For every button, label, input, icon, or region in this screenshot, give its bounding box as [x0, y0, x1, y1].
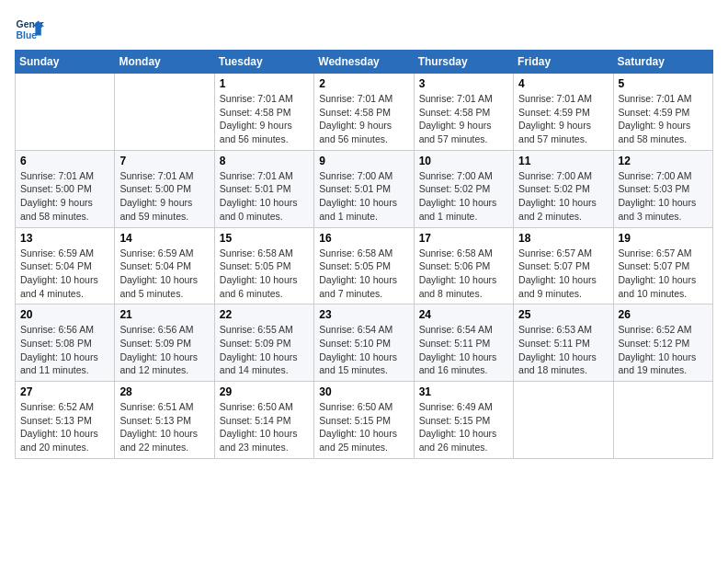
- day-number: 12: [619, 155, 708, 167]
- calendar-day-cell: [613, 382, 712, 459]
- logo-icon: General Blue: [15, 15, 44, 44]
- day-number: 27: [20, 385, 109, 398]
- day-info: Sunrise: 7:00 AMSunset: 5:01 PMDaylight:…: [319, 169, 408, 224]
- day-of-week-header: Thursday: [414, 51, 513, 74]
- calendar-day-cell: 2Sunrise: 7:01 AMSunset: 4:58 PMDaylight…: [314, 74, 414, 151]
- calendar-day-cell: 17Sunrise: 6:58 AMSunset: 5:06 PMDayligh…: [414, 227, 513, 304]
- day-number: 17: [419, 232, 508, 245]
- day-info: Sunrise: 7:01 AMSunset: 4:58 PMDaylight:…: [319, 92, 408, 146]
- calendar-day-cell: 26Sunrise: 6:52 AMSunset: 5:12 PMDayligh…: [613, 304, 712, 382]
- day-number: 2: [319, 77, 408, 90]
- logo: General Blue: [15, 15, 44, 44]
- day-info: Sunrise: 6:57 AMSunset: 5:07 PMDaylight:…: [518, 247, 608, 301]
- calendar-table: SundayMondayTuesdayWednesdayThursdayFrid…: [15, 50, 713, 459]
- day-number: 18: [518, 232, 608, 245]
- day-info: Sunrise: 6:56 AMSunset: 5:09 PMDaylight:…: [119, 323, 209, 377]
- day-number: 10: [419, 155, 508, 167]
- calendar-day-cell: 15Sunrise: 6:58 AMSunset: 5:05 PMDayligh…: [214, 227, 313, 304]
- day-number: 5: [619, 77, 708, 90]
- day-info: Sunrise: 7:01 AMSunset: 4:58 PMDaylight:…: [220, 92, 309, 146]
- day-number: 29: [220, 385, 309, 398]
- calendar-day-cell: 23Sunrise: 6:54 AMSunset: 5:10 PMDayligh…: [314, 304, 414, 382]
- day-number: 6: [20, 155, 109, 167]
- calendar-header-row: SundayMondayTuesdayWednesdayThursdayFrid…: [16, 51, 713, 74]
- calendar-day-cell: 22Sunrise: 6:55 AMSunset: 5:09 PMDayligh…: [214, 304, 313, 382]
- day-number: 14: [119, 232, 209, 245]
- calendar-week-row: 27Sunrise: 6:52 AMSunset: 5:13 PMDayligh…: [16, 382, 713, 459]
- day-of-week-header: Saturday: [613, 51, 712, 74]
- day-info: Sunrise: 7:00 AMSunset: 5:02 PMDaylight:…: [419, 169, 508, 224]
- day-number: 4: [518, 77, 608, 90]
- day-info: Sunrise: 7:01 AMSunset: 4:59 PMDaylight:…: [619, 92, 708, 146]
- calendar-day-cell: 11Sunrise: 7:00 AMSunset: 5:02 PMDayligh…: [514, 150, 613, 227]
- day-info: Sunrise: 6:59 AMSunset: 5:04 PMDaylight:…: [119, 247, 209, 301]
- calendar-day-cell: 20Sunrise: 6:56 AMSunset: 5:08 PMDayligh…: [16, 304, 115, 382]
- day-number: 11: [518, 155, 608, 167]
- day-info: Sunrise: 6:58 AMSunset: 5:05 PMDaylight:…: [319, 247, 408, 301]
- day-info: Sunrise: 6:56 AMSunset: 5:08 PMDaylight:…: [20, 323, 109, 377]
- calendar-day-cell: 4Sunrise: 7:01 AMSunset: 4:59 PMDaylight…: [514, 74, 613, 151]
- calendar-day-cell: 10Sunrise: 7:00 AMSunset: 5:02 PMDayligh…: [414, 150, 513, 227]
- day-number: 20: [20, 308, 109, 321]
- day-number: 7: [119, 155, 209, 167]
- day-number: 21: [119, 308, 209, 321]
- calendar-day-cell: 27Sunrise: 6:52 AMSunset: 5:13 PMDayligh…: [16, 382, 115, 459]
- day-info: Sunrise: 6:50 AMSunset: 5:15 PMDaylight:…: [319, 400, 408, 454]
- calendar-day-cell: [16, 74, 115, 151]
- day-info: Sunrise: 7:01 AMSunset: 5:01 PMDaylight:…: [220, 169, 309, 224]
- day-info: Sunrise: 6:53 AMSunset: 5:11 PMDaylight:…: [518, 323, 608, 377]
- calendar-day-cell: 6Sunrise: 7:01 AMSunset: 5:00 PMDaylight…: [16, 150, 115, 227]
- calendar-day-cell: 8Sunrise: 7:01 AMSunset: 5:01 PMDaylight…: [214, 150, 313, 227]
- day-number: 28: [119, 385, 209, 398]
- day-info: Sunrise: 6:54 AMSunset: 5:10 PMDaylight:…: [319, 323, 408, 377]
- day-info: Sunrise: 6:49 AMSunset: 5:15 PMDaylight:…: [419, 400, 508, 454]
- day-number: 1: [220, 77, 309, 90]
- calendar-day-cell: 14Sunrise: 6:59 AMSunset: 5:04 PMDayligh…: [115, 227, 214, 304]
- day-info: Sunrise: 6:51 AMSunset: 5:13 PMDaylight:…: [119, 400, 209, 454]
- day-number: 9: [319, 155, 408, 167]
- day-of-week-header: Tuesday: [214, 51, 313, 74]
- day-number: 8: [220, 155, 309, 167]
- calendar-day-cell: 9Sunrise: 7:00 AMSunset: 5:01 PMDaylight…: [314, 150, 414, 227]
- day-of-week-header: Wednesday: [314, 51, 414, 74]
- calendar-week-row: 1Sunrise: 7:01 AMSunset: 4:58 PMDaylight…: [16, 74, 713, 151]
- calendar-week-row: 20Sunrise: 6:56 AMSunset: 5:08 PMDayligh…: [16, 304, 713, 382]
- day-number: 13: [20, 232, 109, 245]
- day-of-week-header: Friday: [514, 51, 613, 74]
- calendar-day-cell: 7Sunrise: 7:01 AMSunset: 5:00 PMDaylight…: [115, 150, 214, 227]
- calendar-day-cell: 29Sunrise: 6:50 AMSunset: 5:14 PMDayligh…: [214, 382, 313, 459]
- day-number: 23: [319, 308, 408, 321]
- day-number: 31: [419, 385, 508, 398]
- day-info: Sunrise: 6:59 AMSunset: 5:04 PMDaylight:…: [20, 247, 109, 301]
- day-of-week-header: Sunday: [16, 51, 115, 74]
- calendar-day-cell: 1Sunrise: 7:01 AMSunset: 4:58 PMDaylight…: [214, 74, 313, 151]
- day-number: 22: [220, 308, 309, 321]
- day-of-week-header: Monday: [115, 51, 214, 74]
- day-info: Sunrise: 6:58 AMSunset: 5:06 PMDaylight:…: [419, 247, 508, 301]
- day-info: Sunrise: 6:55 AMSunset: 5:09 PMDaylight:…: [220, 323, 309, 377]
- svg-text:Blue: Blue: [17, 30, 38, 40]
- calendar-day-cell: 31Sunrise: 6:49 AMSunset: 5:15 PMDayligh…: [414, 382, 513, 459]
- calendar-day-cell: 5Sunrise: 7:01 AMSunset: 4:59 PMDaylight…: [613, 74, 712, 151]
- day-number: 19: [619, 232, 708, 245]
- day-number: 16: [319, 232, 408, 245]
- day-info: Sunrise: 6:52 AMSunset: 5:12 PMDaylight:…: [619, 323, 708, 377]
- calendar-week-row: 6Sunrise: 7:01 AMSunset: 5:00 PMDaylight…: [16, 150, 713, 227]
- day-info: Sunrise: 7:01 AMSunset: 5:00 PMDaylight:…: [119, 169, 209, 224]
- calendar-day-cell: 12Sunrise: 7:00 AMSunset: 5:03 PMDayligh…: [613, 150, 712, 227]
- day-info: Sunrise: 6:50 AMSunset: 5:14 PMDaylight:…: [220, 400, 309, 454]
- calendar-day-cell: 28Sunrise: 6:51 AMSunset: 5:13 PMDayligh…: [115, 382, 214, 459]
- day-info: Sunrise: 6:54 AMSunset: 5:11 PMDaylight:…: [419, 323, 508, 377]
- day-info: Sunrise: 7:00 AMSunset: 5:02 PMDaylight:…: [518, 169, 608, 224]
- day-info: Sunrise: 7:00 AMSunset: 5:03 PMDaylight:…: [619, 169, 708, 224]
- day-info: Sunrise: 7:01 AMSunset: 4:59 PMDaylight:…: [518, 92, 608, 146]
- calendar-day-cell: 16Sunrise: 6:58 AMSunset: 5:05 PMDayligh…: [314, 227, 414, 304]
- day-info: Sunrise: 7:01 AMSunset: 4:58 PMDaylight:…: [419, 92, 508, 146]
- day-number: 30: [319, 385, 408, 398]
- day-info: Sunrise: 7:01 AMSunset: 5:00 PMDaylight:…: [20, 169, 109, 224]
- day-number: 25: [518, 308, 608, 321]
- calendar-day-cell: 18Sunrise: 6:57 AMSunset: 5:07 PMDayligh…: [514, 227, 613, 304]
- day-number: 15: [220, 232, 309, 245]
- calendar-day-cell: 19Sunrise: 6:57 AMSunset: 5:07 PMDayligh…: [613, 227, 712, 304]
- calendar-day-cell: 24Sunrise: 6:54 AMSunset: 5:11 PMDayligh…: [414, 304, 513, 382]
